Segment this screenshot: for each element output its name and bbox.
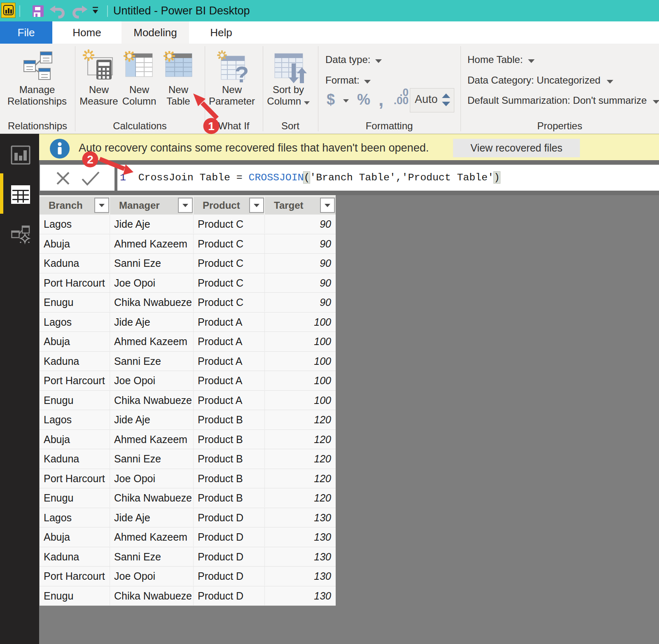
svg-text:?: ? <box>235 61 249 87</box>
